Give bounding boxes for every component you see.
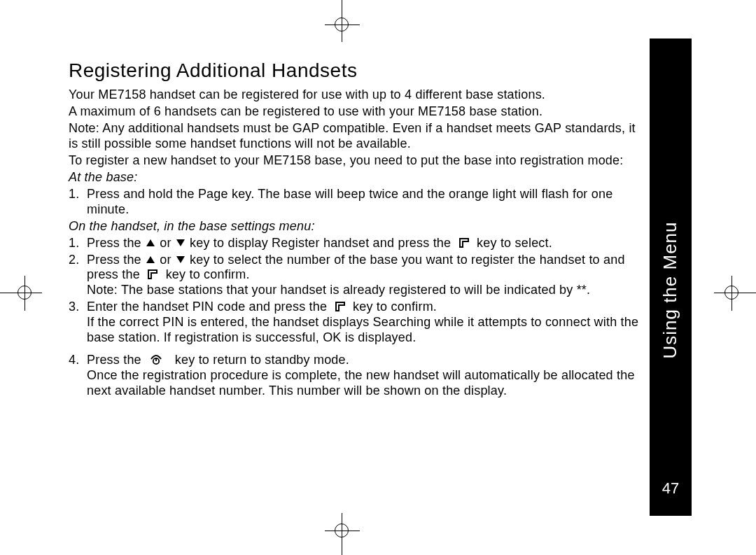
page-heading: Registering Additional Handsets [69,59,643,82]
section-tab: Using the Menu 47 [650,38,692,516]
down-arrow-icon [175,254,186,265]
step-text: or [156,236,175,250]
svg-marker-1 [176,239,185,246]
step-text: key to display Register handset and pres… [186,236,455,250]
body-text: Your ME7158 handset can be registered fo… [69,87,643,399]
crop-mark [335,24,349,25]
step-text: Press the [87,236,145,250]
list-number: 4. [69,353,87,399]
list-body: Press the or key to select the number of… [87,253,643,299]
down-arrow-icon [175,237,186,248]
step-text: Press the [87,253,145,267]
power-key-icon [148,354,164,365]
step-text: Enter the handset PIN code and press the [87,300,330,314]
page-content: Registering Additional Handsets Your ME7… [69,59,643,400]
svg-marker-3 [176,256,185,263]
step-note: Once the registration procedure is compl… [87,368,643,399]
crop-mark [335,531,349,531]
crop-mark [18,293,31,293]
step-text: Press the [87,353,145,367]
list-item: 3. Enter the handset PIN code and press … [69,300,643,346]
list-body: Press the or key to display Register han… [87,236,643,251]
manual-page: Using the Menu 47 Registering Additional… [49,38,692,516]
softkey-icon [335,301,346,312]
svg-marker-0 [146,239,155,246]
intro-paragraph: A maximum of 6 handsets can be registere… [69,104,643,120]
list-number: 2. [69,253,87,299]
list-number: 1. [69,236,87,251]
list-item: 1. Press the or key to display Register … [69,236,643,251]
at-base-label: At the base: [69,170,643,185]
list-item: 2. Press the or key to select the number… [69,253,643,299]
intro-paragraph: Your ME7158 handset can be registered fo… [69,87,643,103]
intro-note: Note: Any additional handsets must be GA… [69,121,643,152]
step-text: key to confirm. [349,300,437,314]
list-body: Enter the handset PIN code and press the… [87,300,643,346]
intro-paragraph: To register a new handset to your ME7158… [69,153,643,169]
list-number: 1. [69,187,87,218]
step-text: key to confirm. [162,267,249,281]
step-note: Note: The base stations that your handse… [87,283,643,298]
page-number: 47 [650,479,692,498]
list-item: 4. Press the key to return to standby mo… [69,353,643,399]
step-note: If the correct PIN is entered, the hands… [87,315,643,346]
softkey-icon [458,237,470,248]
on-handset-label: On the handset, in the base settings men… [69,219,643,234]
step-text: key to return to standby mode. [172,353,349,367]
step-text: or [156,253,175,267]
up-arrow-icon [145,254,156,265]
section-tab-label: Using the Menu [659,220,681,360]
softkey-icon [147,269,158,280]
list-body: Press and hold the Page key. The base wi… [87,187,643,218]
up-arrow-icon [145,237,156,248]
step-text: key to select. [473,236,552,250]
crop-mark [724,293,738,293]
list-item: 1. Press and hold the Page key. The base… [69,187,643,218]
spacer [69,347,643,353]
list-number: 3. [69,300,87,346]
svg-marker-2 [146,256,155,263]
list-body: Press the key to return to standby mode.… [87,353,643,399]
